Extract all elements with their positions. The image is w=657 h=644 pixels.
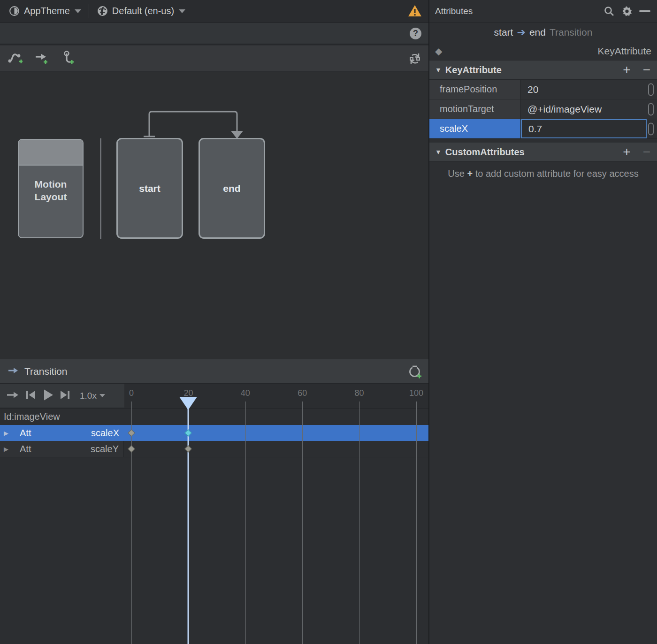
chevron-down-icon[interactable] <box>179 9 185 13</box>
search-icon[interactable] <box>604 6 615 17</box>
timeline-row-label: ▶ Att scaleX <box>0 425 124 441</box>
keyframe-diamond-icon[interactable] <box>128 445 135 453</box>
resource-pill-icon[interactable] <box>648 83 654 96</box>
timeline-row-scaley[interactable]: ▶ Att scaleY <box>0 441 428 457</box>
create-keyframe-icon[interactable] <box>8 50 23 67</box>
end-label: end <box>223 183 240 194</box>
theme-icon <box>8 5 20 17</box>
attributes-panel-header: Attributes <box>429 0 657 23</box>
create-click-handler-icon[interactable] <box>60 50 75 67</box>
motion-editor-window: AppTheme Default (en-us) ? <box>0 0 657 644</box>
row-group-label: Att <box>20 428 31 439</box>
keyframe-diamond-icon[interactable] <box>185 429 192 437</box>
selected-item-type: KeyAttribute <box>442 45 651 57</box>
add-custom-attribute-button[interactable]: + <box>623 147 630 157</box>
custom-attributes-help-text: Use + to add custom attribute for easy a… <box>429 162 657 180</box>
row-attr-label: scaleY <box>91 444 119 455</box>
attr-row-motiontarget[interactable]: motionTarget @+id/imageView <box>429 99 657 119</box>
add-attribute-button[interactable]: + <box>623 65 630 75</box>
transition-section-bar[interactable]: Transition <box>0 359 428 384</box>
collapse-triangle-icon[interactable]: ▼ <box>435 148 442 156</box>
transition-from: start <box>494 27 513 38</box>
timeline-empty-area <box>0 457 428 644</box>
ruler-tick-label: 0 <box>129 388 134 398</box>
transition-arrow-icon <box>8 366 19 377</box>
attr-value[interactable]: @+id/imageView <box>521 99 657 119</box>
cycle-states-icon[interactable] <box>408 52 422 68</box>
locale-selector[interactable]: Default (en-us) <box>112 6 174 16</box>
selected-keyattribute-row: ◆ KeyAttribute <box>429 42 657 61</box>
timeline-row-scalex[interactable]: ▶ Att scaleX <box>0 425 428 441</box>
ruler-tick-label: 60 <box>298 388 307 398</box>
section-title: KeyAttribute <box>445 65 611 76</box>
attributes-panel-title: Attributes <box>435 6 473 16</box>
keyframe-diamond-icon[interactable] <box>128 429 135 437</box>
play-icon[interactable] <box>41 388 54 403</box>
transition-to: end <box>529 27 546 38</box>
motion-layout-card[interactable]: Motion Layout <box>18 139 84 238</box>
hide-panel-icon[interactable] <box>639 10 650 12</box>
component-row[interactable]: Id:imageView <box>0 408 428 425</box>
expand-arrow-icon[interactable]: ▶ <box>4 446 8 453</box>
keyframe-diamond-icon: ◆ <box>435 45 442 57</box>
attr-value-input[interactable]: 0.7 <box>521 119 647 138</box>
resource-pill-icon[interactable] <box>648 103 654 115</box>
scene-divider <box>100 138 101 239</box>
help-icon[interactable]: ? <box>410 28 421 39</box>
timeline-controls-row: 1.0x 020406080100 <box>0 384 428 408</box>
ruler-tick-label: 100 <box>409 388 423 398</box>
remove-custom-attribute-button: − <box>643 147 650 157</box>
motion-layout-card-header <box>19 140 83 166</box>
attr-name[interactable]: motionTarget <box>429 99 521 119</box>
motion-layout-label: Motion Layout <box>19 178 83 203</box>
constraint-set-end[interactable]: end <box>199 138 265 239</box>
keyframe-track[interactable] <box>124 441 428 457</box>
go-to-end-icon[interactable] <box>59 389 71 402</box>
add-keyframe-icon[interactable] <box>408 364 423 381</box>
ruler-ticks[interactable]: 020406080100 <box>124 384 428 408</box>
warning-icon[interactable] <box>408 4 422 19</box>
customattributes-section-header[interactable]: ▼ CustomAttributes + − <box>429 143 657 162</box>
toolbar-divider <box>89 4 89 18</box>
create-transition-icon[interactable] <box>34 50 49 67</box>
keyframe-track[interactable] <box>124 425 428 441</box>
gear-icon[interactable] <box>621 6 633 17</box>
playback-speed-value: 1.0x <box>80 391 97 401</box>
main-editor-area: AppTheme Default (en-us) ? <box>0 0 428 644</box>
playback-controls: 1.0x <box>0 384 124 408</box>
transition-title: Transition <box>24 366 67 377</box>
arrow-right-icon: ➔ <box>517 26 525 38</box>
attr-row-frameposition[interactable]: framePosition 20 <box>429 80 657 99</box>
start-label: start <box>139 183 160 194</box>
section-title: CustomAttributes <box>445 147 611 158</box>
selected-transition-title: start ➔ end Transition <box>429 23 657 42</box>
resource-pill-icon[interactable] <box>648 122 654 135</box>
expand-arrow-icon[interactable]: ▶ <box>4 430 8 437</box>
attr-name[interactable]: scaleX <box>429 119 521 138</box>
design-topbar: AppTheme Default (en-us) <box>0 0 428 23</box>
constraint-set-start[interactable]: start <box>116 138 183 239</box>
design-surface: Motion Layout start end <box>0 72 428 359</box>
playhead-handle[interactable] <box>179 397 197 410</box>
keyframe-diamond-icon[interactable] <box>185 445 192 453</box>
ruler-tick-label: 80 <box>355 388 364 398</box>
remove-attribute-button[interactable]: − <box>643 65 650 75</box>
play-mode-icon[interactable] <box>6 389 20 402</box>
component-id-label: Id:imageView <box>4 411 60 422</box>
chevron-down-icon <box>99 394 105 397</box>
attr-name[interactable]: framePosition <box>429 80 521 99</box>
timeline-row-label: ▶ Att scaleY <box>0 441 124 457</box>
globe-icon <box>97 5 108 17</box>
collapse-triangle-icon[interactable]: ▼ <box>435 66 442 74</box>
attr-row-scalex[interactable]: scaleX 0.7 <box>429 119 657 139</box>
motion-toolbar <box>0 45 428 71</box>
transition-suffix: Transition <box>550 27 592 38</box>
attributes-panel: Attributes start ➔ end Transition ◆ KeyA… <box>429 0 657 644</box>
playback-speed-dropdown[interactable]: 1.0x <box>80 391 105 401</box>
go-to-start-icon[interactable] <box>24 389 37 402</box>
theme-selector[interactable]: AppTheme <box>24 6 70 16</box>
attr-value[interactable]: 20 <box>521 80 657 99</box>
chevron-down-icon[interactable] <box>75 9 81 13</box>
keyattribute-section-header[interactable]: ▼ KeyAttribute + − <box>429 61 657 80</box>
row-group-label: Att <box>20 444 31 455</box>
